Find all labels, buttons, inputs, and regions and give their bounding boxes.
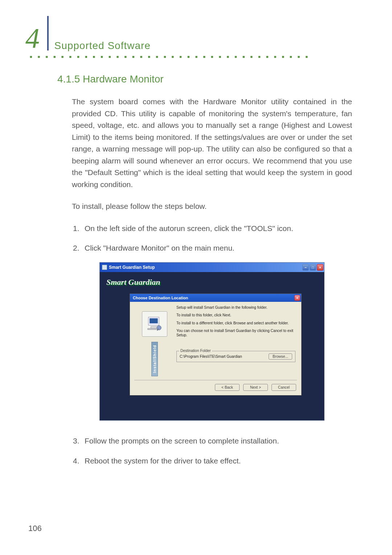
list-number: 1.	[73, 223, 85, 235]
destination-folder-group: Destination Folder C:\Program Files\ITE\…	[176, 351, 295, 362]
list-number: 3.	[73, 435, 85, 447]
svg-point-4	[157, 325, 161, 330]
app-icon	[102, 265, 107, 270]
chapter-divider	[47, 16, 49, 50]
dialog-close-button[interactable]: ×	[294, 295, 300, 301]
dialog-text: To install to this folder, click Next.	[176, 313, 295, 317]
dialog-window: Choose Destination Location ×	[130, 293, 302, 396]
minimize-button[interactable]: –	[302, 264, 309, 271]
list-item: 2. Click "Hardware Monitor" on the main …	[73, 242, 352, 254]
list-text: On the left side of the autorun screen, …	[85, 223, 352, 235]
list-text: Click "Hardware Monitor" on the main men…	[85, 242, 352, 254]
installer-banner-text: Smart Guardian	[106, 278, 160, 287]
dialog-text: You can choose not to install Smart Guar…	[176, 329, 295, 338]
installer-banner: Smart Guardian	[100, 272, 324, 292]
back-button[interactable]: < Back	[215, 384, 240, 391]
destination-path: C:\Program Files\ITE\Smart Guardian	[180, 355, 242, 358]
computer-icon	[142, 311, 167, 337]
next-button[interactable]: Next >	[243, 384, 268, 391]
svg-rect-1	[150, 318, 158, 323]
chapter-number: 4	[25, 22, 42, 54]
list-number: 2.	[73, 242, 85, 254]
list-item: 4. Reboot the system for the driver to t…	[73, 455, 352, 467]
dialog-sidebar: InstallShield	[134, 305, 176, 376]
installer-titlebar[interactable]: Smart Guardian Setup – □ ×	[100, 263, 324, 272]
svg-rect-2	[151, 327, 157, 328]
dialog-titlebar[interactable]: Choose Destination Location ×	[130, 294, 301, 302]
close-button[interactable]: ×	[317, 264, 323, 271]
dialog-text: To install to a different folder, click …	[176, 321, 295, 325]
installshield-label: InstallShield	[151, 342, 158, 376]
dialog-text: Setup will install Smart Guardian in the…	[176, 305, 295, 310]
browse-button[interactable]: Browse...	[269, 353, 292, 360]
maximize-button[interactable]: □	[310, 264, 316, 271]
cancel-button[interactable]: Cancel	[271, 384, 296, 391]
chapter-title: Supported Software	[54, 40, 151, 54]
list-item: 3. Follow the prompts on the screen to c…	[73, 435, 352, 447]
section-heading: 4.1.5 Hardware Monitor	[57, 73, 392, 85]
list-number: 4.	[73, 455, 85, 467]
list-text: Reboot the system for the driver to take…	[85, 455, 352, 467]
dialog-button-row: < Back Next > Cancel	[130, 380, 301, 395]
list-text: Follow the prompts on the screen to comp…	[85, 435, 352, 447]
title-dots: ■ ■ ■ ■ ■ ■ ■ ■ ■ ■ ■ ■ ■ ■ ■ ■ ■ ■ ■ ■ …	[30, 54, 310, 63]
list-item: 1. On the left side of the autorun scree…	[73, 223, 352, 235]
install-lead: To install, please follow the steps belo…	[72, 200, 352, 212]
installer-window: Smart Guardian Setup – □ × Smart Guardia…	[99, 262, 324, 421]
intro-paragraph: The system board comes with the Hardware…	[72, 96, 352, 190]
destination-legend: Destination Folder	[179, 349, 212, 353]
page-number: 106	[28, 524, 42, 533]
dialog-title: Choose Destination Location	[133, 296, 294, 300]
installer-window-title: Smart Guardian Setup	[109, 265, 302, 270]
